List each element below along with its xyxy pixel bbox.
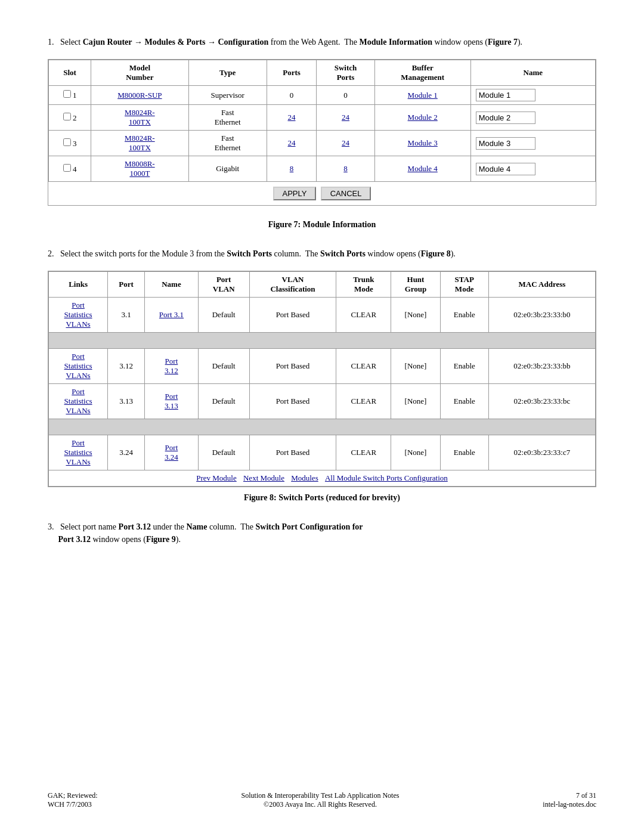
row2-model-link[interactable]: M8024R-100TX bbox=[125, 108, 155, 126]
step1-bold2: Modules & Ports bbox=[145, 38, 206, 47]
row1-name-input[interactable] bbox=[476, 89, 535, 101]
hunt-312: [None] bbox=[391, 349, 440, 384]
bottom-links-row: Prev Module Next Module Modules All Modu… bbox=[49, 470, 596, 487]
row2-name-cell bbox=[470, 105, 595, 131]
switch-ports-table: Links Port Name PortVLAN VLANClassificat… bbox=[48, 271, 596, 487]
row4-checkbox[interactable] bbox=[63, 164, 71, 172]
row1-model: M8000R-SUP bbox=[91, 86, 189, 105]
port-name-link-313[interactable]: Port3.13 bbox=[165, 392, 178, 410]
row1-switch-ports: 0 bbox=[317, 86, 375, 105]
name-31: Port 3.1 bbox=[145, 298, 199, 333]
apply-button[interactable]: APPLY bbox=[273, 187, 317, 200]
step3-bold1: Port 3.12 bbox=[119, 522, 151, 531]
col-type: Type bbox=[188, 60, 267, 86]
row4-switch-ports: 8 bbox=[317, 156, 375, 182]
table-row: PortStatistics VLANs 3.13 Port3.13 Defau… bbox=[49, 384, 596, 419]
row3-checkbox[interactable] bbox=[63, 138, 71, 146]
row3-ports-link[interactable]: 24 bbox=[288, 138, 296, 147]
trunk-324: CLEAR bbox=[336, 435, 391, 470]
row2-checkbox[interactable] bbox=[63, 113, 71, 120]
stap-31: Enable bbox=[440, 298, 488, 333]
step3-fig-ref: Figure 9 bbox=[146, 535, 176, 544]
step2-fig-ref: Figure 8 bbox=[421, 249, 451, 258]
vlans-link-312[interactable]: VLANs bbox=[66, 371, 90, 380]
row4-buffer-link[interactable]: Module 4 bbox=[408, 164, 438, 173]
trunk-312: CLEAR bbox=[336, 349, 391, 384]
hunt-31: [None] bbox=[391, 298, 440, 333]
hunt-324: [None] bbox=[391, 435, 440, 470]
port-name-link-31[interactable]: Port 3.1 bbox=[159, 310, 184, 319]
row3-model: M8024R-100TX bbox=[91, 131, 189, 156]
port-stats-link-312[interactable]: PortStatistics bbox=[64, 352, 92, 370]
port-name-link-312[interactable]: Port3.12 bbox=[165, 357, 178, 375]
prev-module-link[interactable]: Prev Module bbox=[196, 473, 237, 482]
footer-org: Solution & Interoperability Test Lab App… bbox=[242, 791, 400, 800]
row4-name-input[interactable] bbox=[476, 163, 535, 175]
port-31: 3.1 bbox=[108, 298, 145, 333]
row4-switch-link[interactable]: 8 bbox=[343, 164, 348, 173]
row3-buffer-link[interactable]: Module 3 bbox=[408, 138, 438, 147]
port-stats-link-324[interactable]: PortStatistics bbox=[64, 438, 92, 457]
hunt-313: [None] bbox=[391, 384, 440, 419]
table-row: 4 M8008R-1000T Gigabit 8 8 Module 4 bbox=[49, 156, 596, 182]
row3-model-link[interactable]: M8024R-100TX bbox=[125, 134, 155, 152]
stap-312: Enable bbox=[440, 349, 488, 384]
col-links: Links bbox=[49, 272, 108, 298]
table-row: 1 M8000R-SUP Supervisor 0 0 Module 1 bbox=[49, 86, 596, 105]
col-port-vlan: PortVLAN bbox=[198, 272, 249, 298]
row2-ports-link[interactable]: 24 bbox=[288, 113, 296, 122]
row1-ports: 0 bbox=[267, 86, 316, 105]
stap-313: Enable bbox=[440, 384, 488, 419]
step3-text: 3. Select port name Port 3.12 under the … bbox=[48, 521, 596, 546]
trunk-31: CLEAR bbox=[336, 298, 391, 333]
figure8-caption: Figure 8: Switch Ports (reduced for brev… bbox=[48, 493, 596, 503]
vlans-link-313[interactable]: VLANs bbox=[66, 406, 90, 415]
row1-buffer-link[interactable]: Module 1 bbox=[408, 91, 438, 100]
port-stats-link-31[interactable]: PortStatistics bbox=[64, 301, 92, 319]
port-324: 3.24 bbox=[108, 435, 145, 470]
links-cell-313: PortStatistics VLANs bbox=[49, 384, 108, 419]
row2-name-input[interactable] bbox=[476, 112, 535, 124]
cancel-button[interactable]: CANCEL bbox=[321, 187, 371, 200]
all-module-link[interactable]: All Module Switch Ports Configuration bbox=[325, 473, 448, 482]
row2-switch-link[interactable]: 24 bbox=[342, 113, 349, 122]
row1-checkbox[interactable] bbox=[63, 90, 71, 98]
vlans-link-31[interactable]: VLANs bbox=[66, 320, 90, 329]
modules-link[interactable]: Modules bbox=[291, 473, 318, 482]
row3-buffer: Module 3 bbox=[374, 131, 470, 156]
col-vlan-class: VLANClassification bbox=[249, 272, 336, 298]
row1-model-link[interactable]: M8000R-SUP bbox=[117, 91, 162, 100]
vlans-link-324[interactable]: VLANs bbox=[66, 457, 90, 466]
row4-model-link[interactable]: M8008R-1000T bbox=[125, 159, 155, 178]
vlan-324: Default bbox=[198, 435, 249, 470]
separator-row-2 bbox=[49, 419, 596, 435]
vlan-313: Default bbox=[198, 384, 249, 419]
port-stats-link-313[interactable]: PortStatistics bbox=[64, 387, 92, 405]
row3-ports: 24 bbox=[267, 131, 316, 156]
row4-ports-link[interactable]: 8 bbox=[290, 164, 294, 173]
footer-filename: intel-lag-notes.doc bbox=[543, 800, 596, 809]
step1-fig-ref: Figure 7 bbox=[488, 38, 518, 47]
step1-bold4: Module Information bbox=[360, 38, 433, 47]
port-name-link-324[interactable]: Port3.24 bbox=[165, 443, 178, 462]
footer-right: 7 of 31 intel-lag-notes.doc bbox=[543, 791, 596, 809]
step1-arrow2: → bbox=[208, 38, 218, 47]
row3-switch-ports: 24 bbox=[317, 131, 375, 156]
row3-switch-link[interactable]: 24 bbox=[342, 138, 349, 147]
row3-name-input[interactable] bbox=[476, 137, 535, 150]
col-hunt: HuntGroup bbox=[391, 272, 440, 298]
col-slot: Slot bbox=[49, 60, 91, 86]
row2-buffer: Module 2 bbox=[374, 105, 470, 131]
module-info-table: Slot ModelNumber Type Ports SwitchPorts … bbox=[48, 60, 596, 205]
row2-buffer-link[interactable]: Module 2 bbox=[408, 113, 438, 122]
page-footer: GAK; Reviewed: WCH 7/7/2003 Solution & I… bbox=[48, 791, 596, 809]
row4-ports: 8 bbox=[267, 156, 316, 182]
next-module-link[interactable]: Next Module bbox=[243, 473, 284, 482]
step1-arrow1: → bbox=[134, 38, 145, 47]
row4-slot: 4 bbox=[49, 156, 91, 182]
row4-buffer: Module 4 bbox=[374, 156, 470, 182]
name-324: Port3.24 bbox=[145, 435, 199, 470]
links-cell-31: PortStatistics VLANs bbox=[49, 298, 108, 333]
apply-row: APPLY CANCEL bbox=[49, 182, 596, 206]
vlan-31: Default bbox=[198, 298, 249, 333]
